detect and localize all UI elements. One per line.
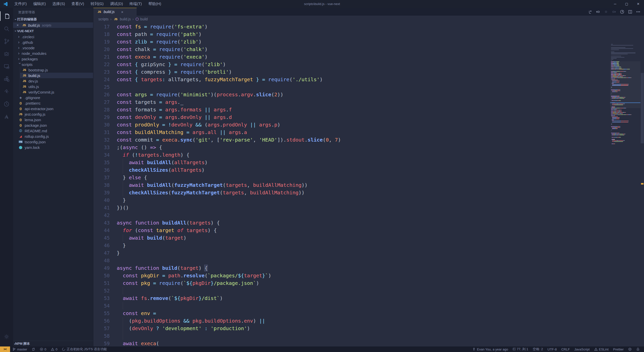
close-editor-icon[interactable]: ×: [17, 23, 21, 27]
menu-item-调试D[interactable]: 调试(D): [107, 1, 126, 7]
code-line-34[interactable]: 34 if (!targets.length) {: [93, 151, 610, 159]
minimap[interactable]: [610, 23, 640, 346]
status-item-right-3[interactable]: UTF-8: [545, 346, 559, 352]
tree-folder-.vscode[interactable]: ›.vscode: [13, 45, 93, 51]
code-line-46[interactable]: 46 }: [93, 242, 610, 249]
code-line-54[interactable]: 54: [93, 302, 610, 310]
menu-item-终端T[interactable]: 终端(T): [127, 1, 145, 7]
code-line-40[interactable]: 40 }: [93, 196, 610, 204]
open-editors-header[interactable]: › 打开的编辑器: [13, 16, 93, 22]
explorer-icon[interactable]: [0, 10, 13, 22]
menu-item-帮助H[interactable]: 帮助(H): [146, 1, 164, 7]
status-error[interactable]: 0: [37, 346, 49, 352]
open-changes-icon[interactable]: [587, 9, 593, 15]
tree-file-.prettierrc[interactable]: {}.prettierrc: [13, 100, 93, 106]
minimize-button[interactable]: ─: [609, 0, 621, 8]
code-line-43[interactable]: 43async function buildAll(targets) {: [93, 219, 610, 227]
folder-root-header[interactable]: › VUE-NEXT: [13, 28, 93, 34]
code-line-18[interactable]: 18const path = require('path'): [93, 30, 610, 38]
tree-file-package.json[interactable]: {}package.json: [13, 122, 93, 128]
menu-item-选择S[interactable]: 选择(S): [50, 1, 68, 7]
code-line-32[interactable]: 32const commit = execa.sync('git', ['rev…: [93, 136, 610, 144]
status-smiley[interactable]: [626, 346, 634, 352]
tree-file-verifyCommit.js[interactable]: JSverifyCommit.js: [20, 89, 93, 95]
code-line-28[interactable]: 28const formats = args.formats || args.f: [93, 106, 610, 113]
tree-folder-.github[interactable]: ›.github: [13, 39, 93, 45]
tree-file-rollup.config.js[interactable]: ◢rollup.config.js: [13, 134, 93, 139]
tree-file-tsconfig.json[interactable]: TStsconfig.json: [13, 139, 93, 145]
tree-file-utils.js[interactable]: JSutils.js: [20, 84, 93, 89]
scrollbar-thumb[interactable]: [641, 73, 644, 143]
status-item-right-5[interactable]: JavaScript: [572, 346, 592, 352]
tree-folder-node_modules[interactable]: ›node_modules: [13, 51, 93, 56]
code-line-39[interactable]: 39 checkAllSizes(fuzzyMatchTarget(target…: [93, 189, 610, 196]
debug-icon[interactable]: [0, 48, 13, 60]
code-line-41[interactable]: 41})(): [93, 204, 610, 211]
code-line-35[interactable]: 35 await buildAll(allTargets): [93, 159, 610, 166]
code-line-58[interactable]: 58: [93, 332, 610, 340]
code-line-19[interactable]: 19const zlib = require('zlib'): [93, 38, 610, 46]
breadcrumb-item-build.js[interactable]: JSbuild.js: [113, 17, 131, 21]
code-line-57[interactable]: 57 (devOnly ? 'development' : 'productio…: [93, 325, 610, 332]
history-icon[interactable]: [0, 98, 13, 110]
code-line-37[interactable]: 37 } else {: [93, 174, 610, 181]
menu-item-查看V[interactable]: 查看(V): [69, 1, 87, 7]
code-line-30[interactable]: 30const prodOnly = !devOnly && (args.pro…: [93, 121, 610, 128]
extensions-icon[interactable]: [0, 73, 13, 85]
code-line-42[interactable]: 42: [93, 211, 610, 219]
code-line-26[interactable]: 26const args = require('minimist')(proce…: [93, 91, 610, 98]
next-change-icon[interactable]: [611, 9, 617, 15]
tree-file-dev.js[interactable]: JSdev.js: [20, 78, 93, 84]
menu-item-文件F[interactable]: 文件(F): [12, 1, 29, 7]
code-line-48[interactable]: 48: [93, 257, 610, 264]
code-line-53[interactable]: 53 await fs.remove(`${pkgDir}/dist`): [93, 294, 610, 302]
previous-change-icon[interactable]: [595, 9, 601, 15]
code-line-50[interactable]: 50 const pkgDir = path.resolve(`packages…: [93, 272, 610, 279]
tab-close-icon[interactable]: ×: [121, 10, 124, 14]
tree-file-bootstrap.js[interactable]: JSbootstrap.js: [20, 67, 93, 73]
status-item-right-1[interactable]: 行 77, 列 1: [510, 346, 531, 352]
code-line-56[interactable]: 56 (pkg.buildOptions && pkg.buildOptions…: [93, 317, 610, 325]
menu-item-编辑E[interactable]: 编辑(E): [30, 1, 49, 7]
tree-file-.gitignore[interactable]: ◈.gitignore: [13, 95, 93, 100]
code-line-25[interactable]: 25: [93, 83, 610, 91]
code-line-47[interactable]: 47}: [93, 249, 610, 257]
gitlens-icon[interactable]: [0, 85, 13, 98]
code-line-17[interactable]: 17const fs = require('fs-extra'): [93, 23, 610, 30]
code-line-23[interactable]: 23const { compress } = require('brotli'): [93, 68, 610, 76]
code-line-20[interactable]: 20const chalk = require('chalk'): [93, 46, 610, 53]
tree-file-README.md[interactable]: ⓘREADME.md: [13, 128, 93, 134]
code-line-49[interactable]: 49async function build(target) {: [93, 264, 610, 272]
code-line-36[interactable]: 36 checkAllSizes(allTargets): [93, 166, 610, 174]
code-editor[interactable]: 17const fs = require('fs-extra')18const …: [93, 23, 610, 346]
status-item-right-7[interactable]: Prettier: [611, 346, 626, 352]
code-line-31[interactable]: 31const buildAllMatching = args.all || a…: [93, 128, 610, 136]
npm-scripts-section[interactable]: › NPM 脚本: [13, 341, 93, 346]
current-change-icon[interactable]: [603, 9, 609, 15]
code-line-24[interactable]: 24const { targets: allTargets, fuzzyMatc…: [93, 76, 610, 83]
azure-icon[interactable]: [0, 110, 13, 123]
maximize-button[interactable]: ▢: [621, 0, 632, 8]
remote-explorer-icon[interactable]: [0, 60, 13, 73]
open-editor-item-build.js[interactable]: ×JSbuild.jsscripts: [13, 22, 93, 28]
close-button[interactable]: ✕: [632, 0, 644, 8]
tree-file-jest.config.js[interactable]: JSjest.config.js: [13, 111, 93, 117]
tree-file-yarn.lock[interactable]: ⬤yarn.lock: [13, 145, 93, 150]
split-editor-icon[interactable]: [627, 9, 633, 15]
status-bell[interactable]: [634, 346, 642, 352]
status-spinner[interactable]: 正在初始化 JS/TS 语言功能: [60, 346, 109, 352]
status-warning[interactable]: ESLint: [592, 346, 611, 352]
tree-file-lerna.json[interactable]: {}lerna.json: [13, 117, 93, 122]
code-line-45[interactable]: 45 await build(target): [93, 234, 610, 242]
breadcrumb-item-build[interactable]: ⬡build: [135, 17, 148, 21]
status-item-right-2[interactable]: 空格: 2: [531, 346, 545, 352]
status-warning[interactable]: 0: [49, 346, 60, 352]
tree-folder-.circleci[interactable]: ›.circleci: [13, 34, 93, 39]
status-person[interactable]: Evan You, a year ago: [470, 346, 510, 352]
status-item-right-4[interactable]: CRLF: [559, 346, 572, 352]
code-line-51[interactable]: 51 const pkg = require(`${pkgDir}/packag…: [93, 279, 610, 287]
status-sync[interactable]: [29, 346, 37, 352]
code-line-21[interactable]: 21const execa = require('execa'): [93, 53, 610, 61]
settings-gear-icon[interactable]: [0, 330, 13, 343]
code-line-22[interactable]: 22const { gzipSync } = require('zlib'): [93, 61, 610, 68]
